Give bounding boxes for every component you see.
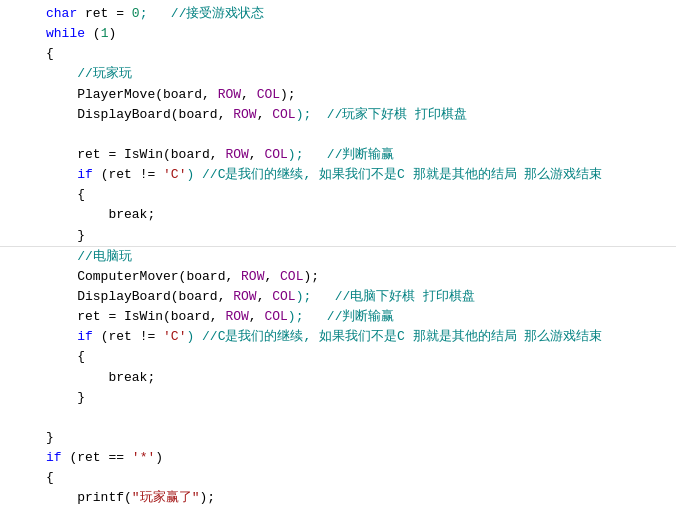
line-6 [0,125,676,145]
code-token: ROW [233,289,256,304]
code-token: ) [155,450,163,465]
code-token: ROW [225,309,248,324]
code-token: , [249,147,265,162]
line-content: } [38,226,676,246]
code-token: ( [85,26,101,41]
code-token: , [257,289,273,304]
line-content: printf("玩家赢了"); [38,488,676,506]
code-token: { [46,470,54,485]
line-content: DisplayBoard(board, ROW, COL); //玩家下好棋 打… [38,105,676,125]
line-23: if (ret == '*') [0,448,676,468]
line-content: { [38,185,676,205]
line-content: //电脑玩 [38,247,676,267]
code-token: while [46,26,85,41]
code-token: '*' [132,450,155,465]
line-content: { [38,347,676,367]
line-content: { [38,44,676,64]
code-token: if [46,450,62,465]
code-token: { [46,46,54,61]
line-4: PlayerMove(board, ROW, COL); [0,85,676,105]
line-1: while (1) [0,24,676,44]
code-token: ); //电脑下好棋 打印棋盘 [296,289,475,304]
line-19: break; [0,368,676,388]
code-token: ROW [225,147,248,162]
line-content: PlayerMove(board, ROW, COL); [38,85,676,105]
line-13: //电脑玩 [0,247,676,267]
code-token: , [241,87,257,102]
code-token: (ret != [93,329,163,344]
code-token: ret = IsWin(board, [46,309,225,324]
line-content: ret = IsWin(board, ROW, COL); //判断输赢 [38,145,676,165]
code-token: } [46,228,85,243]
code-token: 'C' [163,167,186,182]
line-18: { [0,347,676,367]
code-token: ret = IsWin(board, [46,147,225,162]
code-token: if [77,329,93,344]
code-token: COL [264,147,287,162]
code-token: , [249,309,265,324]
code-token [46,329,77,344]
line-content: if (ret == '*') [38,448,676,468]
code-token: COL [272,107,295,122]
code-token: //玩家玩 [46,66,132,81]
line-content: while (1) [38,24,676,44]
code-token: (ret != [93,167,163,182]
line-20: } [0,388,676,408]
code-token: ) //C是我们的继续, 如果我们不是C 那就是其他的结局 那么游戏结束 [186,329,602,344]
code-token: ; //接受游戏状态 [140,6,265,21]
code-token: char [46,6,77,21]
line-content [38,408,676,428]
code-token: break; [46,370,155,385]
code-token: COL [272,289,295,304]
line-7: ret = IsWin(board, ROW, COL); //判断输赢 [0,145,676,165]
code-token: ); //判断输赢 [288,147,395,162]
code-token: ret = [77,6,132,21]
code-token: ) //C是我们的继续, 如果我们不是C 那就是其他的结局 那么游戏结束 [186,167,602,182]
code-token: ComputerMover(board, [46,269,241,284]
code-token: break; [46,207,155,222]
line-11: } [0,226,676,246]
code-container: char ret = 0; //接受游戏状态while (1){ //玩家玩 P… [0,0,676,506]
line-2: { [0,44,676,64]
code-token: "玩家赢了" [132,490,200,505]
code-token: ROW [218,87,241,102]
code-token: COL [264,309,287,324]
code-token: ROW [233,107,256,122]
line-content: char ret = 0; //接受游戏状态 [38,4,676,24]
line-content: if (ret != 'C') //C是我们的继续, 如果我们不是C 那就是其他… [38,165,676,185]
line-content: } [38,428,676,448]
line-content: } [38,388,676,408]
line-content: if (ret != 'C') //C是我们的继续, 如果我们不是C 那就是其他… [38,327,676,347]
code-token: 0 [132,6,140,21]
line-21 [0,408,676,428]
code-token: } [46,390,85,405]
line-content: break; [38,205,676,225]
line-8: if (ret != 'C') //C是我们的继续, 如果我们不是C 那就是其他… [0,165,676,185]
line-16: ret = IsWin(board, ROW, COL); //判断输赢 [0,307,676,327]
code-token: { [46,187,85,202]
line-9: { [0,185,676,205]
code-token: } [46,430,54,445]
line-3: //玩家玩 [0,64,676,84]
line-24: { [0,468,676,488]
code-token: ROW [241,269,264,284]
line-content: //玩家玩 [38,64,676,84]
code-token: , [257,107,273,122]
code-token: ); [280,87,296,102]
code-token: DisplayBoard(board, [46,107,233,122]
line-content: ComputerMover(board, ROW, COL); [38,267,676,287]
code-token: //电脑玩 [46,249,132,264]
line-10: break; [0,205,676,225]
line-content [38,125,676,145]
line-14: ComputerMover(board, ROW, COL); [0,267,676,287]
code-token: ) [108,26,116,41]
line-content: ret = IsWin(board, ROW, COL); //判断输赢 [38,307,676,327]
code-token: COL [280,269,303,284]
line-17: if (ret != 'C') //C是我们的继续, 如果我们不是C 那就是其他… [0,327,676,347]
code-token: ); //玩家下好棋 打印棋盘 [296,107,468,122]
code-token: ); [199,490,215,505]
line-5: DisplayBoard(board, ROW, COL); //玩家下好棋 打… [0,105,676,125]
line-22: } [0,428,676,448]
code-token: , [264,269,280,284]
code-token: DisplayBoard(board, [46,289,233,304]
